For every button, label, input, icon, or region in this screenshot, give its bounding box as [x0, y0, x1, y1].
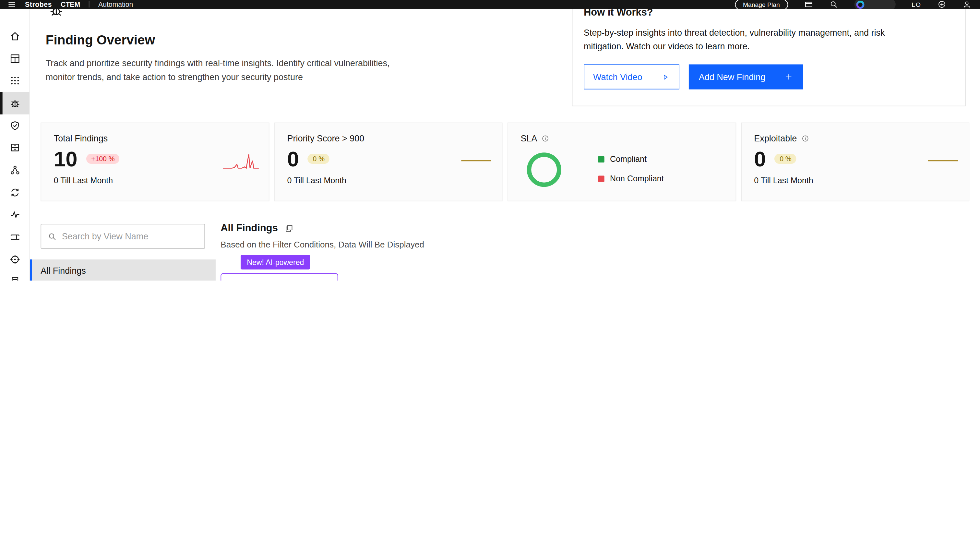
stat-label: SLA	[520, 133, 537, 143]
brand-logo: Strobes	[25, 1, 52, 8]
ai-powered-badge: New! AI-powered	[240, 255, 310, 269]
plus-icon	[784, 73, 793, 81]
sidebar-item-compliance[interactable]	[0, 114, 30, 137]
sidebar-item-home[interactable]	[0, 25, 30, 47]
manage-plan-button[interactable]: Manage Plan	[735, 0, 788, 9]
sla-legend: Compliant Non Compliant	[598, 154, 663, 183]
navbar-divider	[89, 1, 89, 8]
search-icon[interactable]	[829, 0, 838, 9]
how-it-works-body: Step-by-step insights into threat detect…	[584, 25, 899, 53]
app-viewport: Strobes CTEM Automation Manage Plan LO P…	[0, 0, 980, 280]
watch-video-button[interactable]: Watch Video	[584, 65, 679, 89]
copy-view-icon[interactable]	[284, 223, 293, 233]
search-icon	[47, 232, 57, 241]
views-panel: All Findings My Favourites Suggested Vie…	[30, 212, 216, 280]
navbar-right-text: LO	[912, 1, 921, 8]
navbar-right: Manage Plan LO	[735, 0, 980, 9]
sidebar-item-dashboard[interactable]	[0, 47, 30, 70]
how-it-works-card: How it Works? Step-by-step insights into…	[572, 0, 966, 107]
sidebar-item-tickets[interactable]	[0, 226, 30, 248]
hamburger-menu-icon[interactable]	[8, 0, 16, 9]
ai-advanced-filters-button[interactable]: AI Advanced Filters	[221, 273, 338, 280]
scans-icon	[9, 254, 21, 265]
findings-subtitle: Based on the Filter Conditions, Data Wil…	[221, 240, 424, 250]
sidebar-item-sync[interactable]	[0, 181, 30, 204]
dashboard-icon	[9, 53, 21, 64]
stat-label: Total Findings	[54, 133, 256, 143]
sidebar-item-hierarchy[interactable]	[0, 159, 30, 181]
icon-rail: PDF	[0, 9, 30, 280]
sidebar-item-assets[interactable]	[0, 137, 30, 159]
info-icon[interactable]	[801, 134, 810, 142]
flatline	[460, 159, 492, 162]
non-compliant-swatch	[598, 175, 604, 181]
home-icon	[9, 30, 21, 42]
play-icon	[660, 72, 670, 82]
navbar-left: Strobes CTEM Automation	[0, 0, 133, 9]
product-name: CTEM	[60, 1, 80, 8]
user-icon[interactable]	[963, 0, 971, 9]
assets-icon	[9, 142, 21, 153]
sidebar-item-apps[interactable]	[0, 70, 30, 92]
stat-value: 0	[754, 148, 766, 170]
stat-label: Priority Score > 900	[287, 133, 489, 143]
profile-pill[interactable]	[854, 0, 896, 9]
sidebar-item-scans[interactable]	[0, 248, 30, 270]
stat-subtext: 0 Till Last Month	[754, 176, 956, 185]
views-search-box	[41, 224, 205, 249]
compliant-swatch	[598, 156, 604, 162]
stat-subtext: 0 Till Last Month	[287, 176, 489, 185]
stat-change-badge: 0 %	[775, 154, 797, 164]
stat-value: 10	[54, 148, 78, 170]
apps-icon	[9, 75, 21, 87]
stat-card-total-findings: Total Findings 10 +100 % 0 Till Last Mon…	[41, 123, 269, 201]
activity-icon	[9, 209, 21, 220]
stat-value: 0	[287, 148, 299, 170]
stat-card-priority-score: Priority Score > 900 0 0 % 0 Till Last M…	[274, 123, 502, 201]
non-compliant-label: Non Compliant	[610, 174, 664, 183]
page-description: Track and prioritize security findings w…	[46, 56, 402, 84]
views-search-input[interactable]	[62, 231, 198, 241]
stat-subtext: 0 Till Last Month	[54, 176, 256, 185]
stat-change-badge: 0 %	[308, 154, 329, 164]
stat-card-sla: SLA Compliant Non Compliant	[508, 123, 736, 201]
view-item-all-findings[interactable]: All Findings	[30, 259, 216, 280]
top-navbar: Strobes CTEM Automation Manage Plan LO	[0, 0, 980, 9]
hierarchy-icon	[9, 164, 21, 176]
navbar-section: Automation	[98, 1, 133, 8]
stats-row: Total Findings 10 +100 % 0 Till Last Mon…	[41, 123, 969, 201]
info-icon[interactable]	[542, 134, 550, 142]
stat-change-badge: +100 %	[86, 154, 120, 164]
compliance-icon	[9, 120, 21, 131]
avatar	[856, 0, 864, 8]
tickets-icon	[9, 231, 21, 243]
sla-donut-chart	[526, 152, 562, 188]
stat-card-exploitable: Exploitable 0 0 % 0 Till Last Month	[741, 123, 969, 201]
findings-title: All Findings	[221, 223, 278, 234]
billing-icon[interactable]	[804, 0, 813, 9]
stat-label: Exploitable	[754, 133, 797, 143]
add-icon[interactable]	[937, 0, 946, 9]
sync-icon	[9, 187, 21, 198]
findings-icon	[9, 97, 21, 109]
page-title: Finding Overview	[46, 32, 155, 47]
sidebar-item-findings[interactable]	[0, 92, 30, 114]
sparkline-red	[222, 150, 260, 173]
watch-video-label: Watch Video	[593, 72, 643, 82]
add-new-finding-button[interactable]: Add New Finding	[689, 65, 803, 89]
compliant-label: Compliant	[610, 154, 647, 164]
reports-icon	[9, 276, 21, 280]
add-new-finding-label: Add New Finding	[699, 72, 765, 82]
view-item-label: All Findings	[41, 265, 86, 275]
sidebar-item-reports[interactable]	[0, 270, 30, 280]
flatline	[928, 159, 959, 162]
sidebar-item-activity[interactable]	[0, 204, 30, 226]
